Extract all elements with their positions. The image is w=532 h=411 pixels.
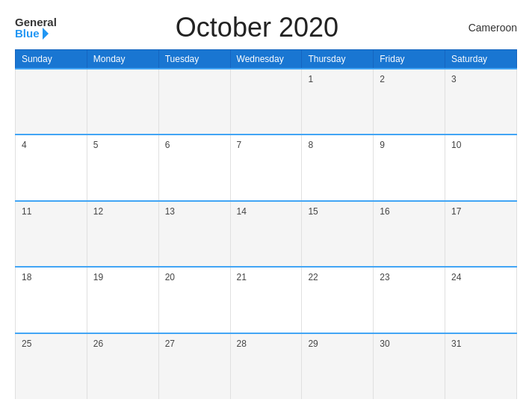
day-number: 6: [165, 140, 170, 150]
calendar-day: 11: [16, 201, 87, 267]
col-sunday: Sunday: [16, 50, 87, 69]
calendar-day: 7: [230, 135, 302, 200]
day-number: 11: [22, 206, 31, 217]
calendar-week-2: 45678910: [16, 135, 517, 200]
day-number: 7: [237, 140, 242, 150]
calendar-day: 13: [158, 201, 230, 267]
calendar-day: 23: [374, 267, 445, 333]
day-number: 8: [308, 140, 313, 150]
day-number: 10: [451, 140, 461, 150]
day-number: 14: [237, 206, 247, 217]
day-number: 25: [22, 339, 31, 349]
calendar-day: [158, 69, 230, 135]
col-thursday: Thursday: [302, 50, 374, 69]
calendar-day: 27: [158, 333, 230, 399]
day-number: 24: [451, 272, 461, 282]
calendar-day: 3: [445, 69, 517, 135]
day-number: 3: [451, 74, 457, 84]
calendar-day: 8: [302, 135, 374, 200]
calendar-day: [16, 69, 87, 135]
calendar-day: 14: [230, 201, 302, 267]
day-number: 29: [308, 339, 318, 349]
calendar-day: 9: [374, 135, 445, 200]
day-number: 15: [308, 206, 318, 217]
calendar-day: 19: [87, 267, 158, 333]
calendar-day: 6: [158, 135, 230, 200]
col-monday: Monday: [87, 50, 158, 69]
calendar-header-row: Sunday Monday Tuesday Wednesday Thursday…: [16, 50, 517, 69]
day-number: 12: [93, 206, 103, 217]
calendar-day: 29: [302, 333, 374, 399]
day-number: 13: [165, 206, 175, 217]
day-number: 5: [93, 140, 99, 150]
logo-general-text: General: [15, 16, 57, 28]
calendar-day: 15: [302, 201, 374, 267]
calendar-day: 28: [230, 333, 302, 399]
day-number: 9: [380, 140, 385, 150]
day-number: 18: [22, 272, 31, 282]
calendar-day: 5: [87, 135, 158, 200]
day-number: 20: [165, 272, 175, 282]
day-number: 4: [22, 140, 27, 150]
calendar-day: 25: [16, 333, 87, 399]
calendar-day: 17: [445, 201, 517, 267]
col-wednesday: Wednesday: [230, 50, 302, 69]
calendar-day: 1: [302, 69, 374, 135]
col-saturday: Saturday: [445, 50, 517, 69]
calendar-day: 4: [16, 135, 87, 200]
col-tuesday: Tuesday: [158, 50, 230, 69]
day-number: 22: [308, 272, 318, 282]
calendar-week-5: 25262728293031: [16, 333, 517, 399]
calendar-page: General Blue October 2020 Cameroon Sunda…: [0, 0, 532, 411]
calendar-table: Sunday Monday Tuesday Wednesday Thursday…: [15, 49, 517, 399]
calendar-day: 26: [87, 333, 158, 399]
calendar-title: October 2020: [57, 12, 457, 43]
logo-blue-text: Blue: [15, 28, 49, 40]
calendar-day: 22: [302, 267, 374, 333]
calendar-day: 10: [445, 135, 517, 200]
calendar-day: 30: [374, 333, 445, 399]
calendar-day: 20: [158, 267, 230, 333]
day-number: 26: [93, 339, 103, 349]
day-number: 1: [308, 74, 313, 84]
day-number: 23: [380, 272, 389, 282]
day-number: 16: [380, 206, 389, 217]
day-number: 31: [451, 339, 461, 349]
calendar-week-1: 123: [16, 69, 517, 135]
day-number: 28: [237, 339, 247, 349]
calendar-day: [87, 69, 158, 135]
col-friday: Friday: [374, 50, 445, 69]
calendar-day: 2: [374, 69, 445, 135]
day-number: 30: [380, 339, 389, 349]
calendar-day: 24: [445, 267, 517, 333]
day-number: 19: [93, 272, 103, 282]
calendar-day: [230, 69, 302, 135]
calendar-day: 31: [445, 333, 517, 399]
day-number: 21: [237, 272, 247, 282]
day-number: 27: [165, 339, 175, 349]
calendar-week-4: 18192021222324: [16, 267, 517, 333]
day-number: 2: [380, 74, 385, 84]
logo-triangle-icon: [43, 28, 49, 40]
calendar-day: 18: [16, 267, 87, 333]
country-label: Cameroon: [457, 22, 517, 34]
logo: General Blue: [15, 16, 57, 40]
day-number: 17: [451, 206, 461, 217]
calendar-day: 16: [374, 201, 445, 267]
calendar-week-3: 11121314151617: [16, 201, 517, 267]
calendar-day: 21: [230, 267, 302, 333]
calendar-header: General Blue October 2020 Cameroon: [15, 12, 517, 43]
calendar-day: 12: [87, 201, 158, 267]
